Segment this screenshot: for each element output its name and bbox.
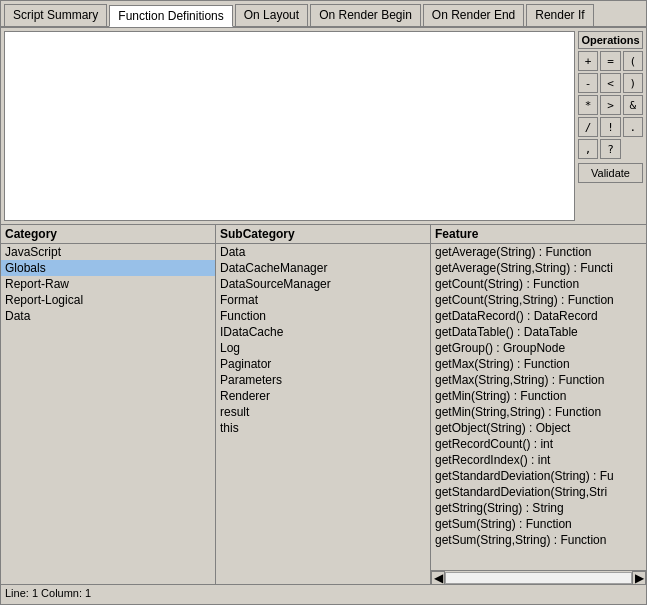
tab-render-if[interactable]: Render If xyxy=(526,4,593,26)
subcategory-item-log[interactable]: Log xyxy=(216,340,430,356)
subcategory-item-function[interactable]: Function xyxy=(216,308,430,324)
feature-item-4[interactable]: getCount(String,String) : Function xyxy=(431,292,646,308)
validate-button[interactable]: Validate xyxy=(578,163,643,183)
feature-item-9[interactable]: getMax(String,String) : Function xyxy=(431,372,646,388)
editor-panel xyxy=(4,31,575,221)
feature-item-16[interactable]: getStandardDeviation(String,Stri xyxy=(431,484,646,500)
feature-item-17[interactable]: getString(String) : String xyxy=(431,500,646,516)
subcategory-item-data[interactable]: Data xyxy=(216,244,430,260)
tab-on-render-begin[interactable]: On Render Begin xyxy=(310,4,421,26)
subcategory-item-parameters[interactable]: Parameters xyxy=(216,372,430,388)
feature-item-10[interactable]: getMin(String) : Function xyxy=(431,388,646,404)
status-bar: Line: 1 Column: 1 xyxy=(1,584,646,604)
feature-item-6[interactable]: getDataTable() : DataTable xyxy=(431,324,646,340)
category-item-report-raw[interactable]: Report-Raw xyxy=(1,276,215,292)
op-asterisk[interactable]: * xyxy=(578,95,598,115)
op-exclaim[interactable]: ! xyxy=(600,117,620,137)
operations-grid: + = ( - < ) * > & / ! . , ? xyxy=(578,51,643,159)
feature-item-7[interactable]: getGroup() : GroupNode xyxy=(431,340,646,356)
op-plus[interactable]: + xyxy=(578,51,598,71)
subcategory-item-datacachemanager[interactable]: DataCacheManager xyxy=(216,260,430,276)
tab-script-summary[interactable]: Script Summary xyxy=(4,4,107,26)
feature-item-3[interactable]: getCount(String) : Function xyxy=(431,276,646,292)
category-item-globals[interactable]: Globals xyxy=(1,260,215,276)
hscroll-left-btn[interactable]: ◀ xyxy=(431,571,445,585)
feature-item-12[interactable]: getObject(String) : Object xyxy=(431,420,646,436)
category-header: Category xyxy=(1,225,215,244)
subcategory-column: SubCategory Data DataCacheManager DataSo… xyxy=(216,225,431,584)
subcategory-item-result[interactable]: result xyxy=(216,404,430,420)
feature-item-11[interactable]: getMin(String,String) : Function xyxy=(431,404,646,420)
op-ampersand[interactable]: & xyxy=(623,95,643,115)
op-minus[interactable]: - xyxy=(578,73,598,93)
op-gt[interactable]: > xyxy=(600,95,620,115)
subcategory-item-idatacache[interactable]: IDataCache xyxy=(216,324,430,340)
hscroll-track xyxy=(445,572,632,584)
op-question[interactable]: ? xyxy=(600,139,620,159)
subcategory-item-paginator[interactable]: Paginator xyxy=(216,356,430,372)
feature-header: Feature xyxy=(431,225,646,244)
op-slash[interactable]: / xyxy=(578,117,598,137)
subcategory-list[interactable]: Data DataCacheManager DataSourceManager … xyxy=(216,244,430,584)
feature-item-19[interactable]: getSum(String,String) : Function xyxy=(431,532,646,548)
feature-item-14[interactable]: getRecordIndex() : int xyxy=(431,452,646,468)
category-column: Category JavaScript Globals Report-Raw R… xyxy=(1,225,216,584)
feature-item-8[interactable]: getMax(String) : Function xyxy=(431,356,646,372)
op-lparen[interactable]: ( xyxy=(623,51,643,71)
feature-item-2[interactable]: getAverage(String,String) : Functi xyxy=(431,260,646,276)
op-dot[interactable]: . xyxy=(623,117,643,137)
subcategory-item-format[interactable]: Format xyxy=(216,292,430,308)
bottom-browser-area: Category JavaScript Globals Report-Raw R… xyxy=(1,224,646,584)
feature-list[interactable]: getAverage(String) : Function getAverage… xyxy=(431,244,646,570)
feature-item-15[interactable]: getStandardDeviation(String) : Fu xyxy=(431,468,646,484)
op-equals[interactable]: = xyxy=(600,51,620,71)
tab-on-layout[interactable]: On Layout xyxy=(235,4,308,26)
script-editor[interactable] xyxy=(5,32,574,220)
browser-panel: Category JavaScript Globals Report-Raw R… xyxy=(1,225,646,584)
subcategory-header: SubCategory xyxy=(216,225,430,244)
hscroll-right-btn[interactable]: ▶ xyxy=(632,571,646,585)
op-lt[interactable]: < xyxy=(600,73,620,93)
category-item-data[interactable]: Data xyxy=(1,308,215,324)
subcategory-item-datasourcemanager[interactable]: DataSourceManager xyxy=(216,276,430,292)
subcategory-item-this[interactable]: this xyxy=(216,420,430,436)
content-area: Operations + = ( - < ) * > & / ! . , ? V… xyxy=(1,28,646,224)
feature-column: Feature getAverage(String) : Function ge… xyxy=(431,225,646,584)
feature-hscroll[interactable]: ◀ ▶ xyxy=(431,570,646,584)
feature-item-18[interactable]: getSum(String) : Function xyxy=(431,516,646,532)
operations-title: Operations xyxy=(578,31,643,49)
main-container: Script Summary Function Definitions On L… xyxy=(0,0,647,605)
feature-item-13[interactable]: getRecordCount() : int xyxy=(431,436,646,452)
tab-bar: Script Summary Function Definitions On L… xyxy=(1,1,646,28)
operations-panel: Operations + = ( - < ) * > & / ! . , ? V… xyxy=(578,31,643,221)
subcategory-item-renderer[interactable]: Renderer xyxy=(216,388,430,404)
op-rparen[interactable]: ) xyxy=(623,73,643,93)
feature-item-5[interactable]: getDataRecord() : DataRecord xyxy=(431,308,646,324)
tab-function-definitions[interactable]: Function Definitions xyxy=(109,5,232,27)
category-item-javascript[interactable]: JavaScript xyxy=(1,244,215,260)
category-list[interactable]: JavaScript Globals Report-Raw Report-Log… xyxy=(1,244,215,584)
status-text: Line: 1 Column: 1 xyxy=(5,587,91,599)
category-item-report-logical[interactable]: Report-Logical xyxy=(1,292,215,308)
feature-item-1[interactable]: getAverage(String) : Function xyxy=(431,244,646,260)
tab-on-render-end[interactable]: On Render End xyxy=(423,4,524,26)
op-comma[interactable]: , xyxy=(578,139,598,159)
